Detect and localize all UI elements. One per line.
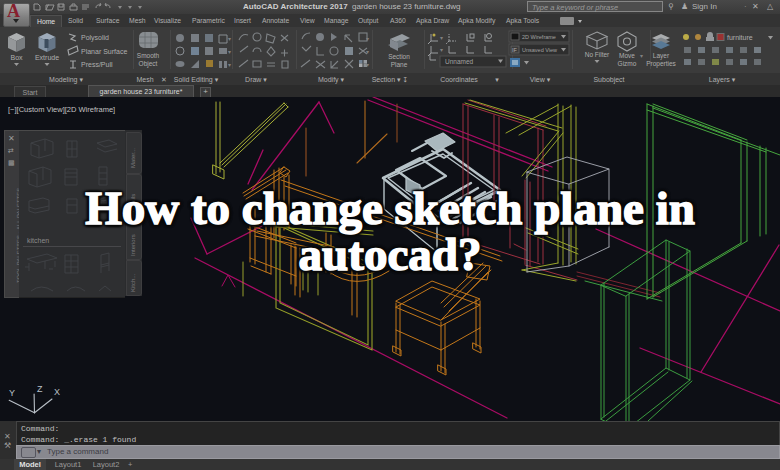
svg-text:Smooth: Smooth [137,52,160,59]
svg-text:Plane: Plane [391,61,408,68]
svg-text:Z: Z [37,384,43,394]
svg-text:Section: Section [388,53,410,60]
svg-text:Gizmo: Gizmo [618,60,637,67]
svg-text:Layer: Layer [653,52,670,60]
svg-text:▾: ▾ [228,36,231,42]
svg-text:Unsaved View: Unsaved View [522,47,557,53]
svg-text:Move: Move [619,52,635,59]
svg-text:Polysolid: Polysolid [81,34,109,42]
svg-text:▾: ▾ [228,62,231,68]
svg-text:Properties: Properties [646,60,676,68]
svg-text:▾: ▾ [366,36,369,42]
svg-text:2D Wireframe: 2D Wireframe [522,34,556,40]
svg-text:Y: Y [9,388,15,398]
svg-text:Extrude: Extrude [35,54,59,61]
svg-text:▾: ▾ [440,47,443,53]
svg-text:Unnamed: Unnamed [445,58,474,65]
svg-text:Box: Box [10,54,23,61]
svg-text:▾: ▾ [440,35,443,41]
svg-text:No Filter: No Filter [585,51,610,58]
svg-text:▾: ▾ [640,53,643,59]
svg-text:furniture: furniture [727,34,753,41]
svg-text:IF: IF [512,47,518,53]
svg-text:Press/Pull: Press/Pull [81,61,113,68]
svg-text:Planar Surface: Planar Surface [81,48,127,55]
svg-text:▾: ▾ [366,49,369,55]
svg-text:Object: Object [139,60,158,68]
svg-text:▾: ▾ [228,49,231,55]
svg-text:X: X [54,387,60,397]
svg-text:▾: ▾ [366,62,369,68]
